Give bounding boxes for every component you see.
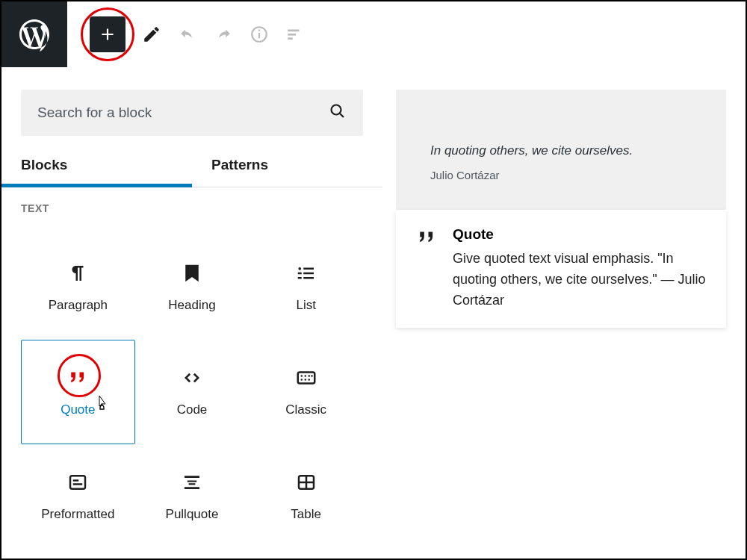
info-description: Give quoted text visual emphasis. "In qu…: [453, 249, 707, 311]
block-label: Code: [177, 402, 208, 417]
svg-rect-3: [288, 30, 299, 32]
quote-icon: [66, 367, 89, 389]
svg-rect-12: [303, 277, 314, 279]
block-search[interactable]: [21, 90, 363, 136]
block-label: List: [296, 298, 315, 313]
block-label: Table: [291, 507, 321, 522]
pullquote-icon: [181, 471, 203, 494]
svg-rect-23: [73, 479, 79, 482]
cursor-icon: [95, 394, 110, 416]
block-label: Paragraph: [49, 298, 108, 313]
undo-icon[interactable]: [178, 25, 197, 44]
svg-point-21: [311, 375, 313, 377]
svg-rect-24: [73, 483, 83, 485]
category-label: TEXT: [21, 202, 363, 214]
tab-patterns[interactable]: Patterns: [192, 157, 382, 187]
block-label: Classic: [285, 402, 326, 417]
blocks-grid: Paragraph Heading List: [21, 235, 363, 549]
block-preview-panel: In quoting others, we cite ourselves. Ju…: [382, 67, 746, 559]
quote-preview: In quoting others, we cite ourselves. Ju…: [396, 90, 726, 210]
svg-rect-27: [187, 481, 197, 482]
block-heading[interactable]: Heading: [135, 235, 249, 340]
svg-rect-14: [297, 373, 314, 384]
redo-icon[interactable]: [214, 25, 233, 44]
preformatted-icon: [66, 471, 89, 494]
tab-blocks[interactable]: Blocks: [1, 157, 192, 187]
top-toolbar: [1, 1, 746, 67]
block-label: Pullquote: [166, 507, 219, 522]
classic-icon: [295, 367, 317, 389]
add-block-button[interactable]: [90, 16, 125, 52]
table-icon: [295, 471, 317, 494]
outline-icon[interactable]: [285, 25, 305, 44]
svg-line-7: [340, 113, 344, 117]
block-pullquote[interactable]: Pullquote: [135, 444, 249, 549]
svg-point-15: [300, 375, 303, 377]
list-icon: [295, 262, 317, 284]
svg-rect-25: [185, 476, 199, 478]
wordpress-logo[interactable]: [1, 1, 67, 67]
block-label: Preformatted: [41, 507, 114, 522]
svg-point-16: [304, 375, 306, 377]
info-title: Quote: [453, 226, 707, 243]
svg-rect-22: [70, 476, 85, 489]
svg-point-20: [308, 379, 310, 381]
svg-rect-5: [288, 37, 293, 40]
block-table[interactable]: Table: [249, 444, 363, 549]
svg-point-17: [308, 375, 310, 377]
search-icon: [329, 102, 347, 123]
preview-quote-author: Julio Cortázar: [430, 169, 692, 181]
block-inserter-panel: Blocks Patterns TEXT Paragraph Heading: [1, 67, 382, 559]
heading-icon: [181, 262, 203, 284]
svg-rect-11: [297, 273, 301, 275]
svg-rect-10: [303, 273, 314, 275]
block-paragraph[interactable]: Paragraph: [21, 235, 135, 340]
search-input[interactable]: [37, 105, 329, 121]
block-classic[interactable]: Classic: [249, 340, 363, 444]
svg-rect-13: [297, 277, 301, 279]
quote-icon: [415, 226, 438, 311]
block-preformatted[interactable]: Preformatted: [21, 444, 135, 549]
preview-quote-text: In quoting others, we cite ourselves.: [430, 143, 692, 158]
inserter-tabs: Blocks Patterns: [1, 157, 382, 187]
svg-rect-4: [288, 34, 296, 36]
info-icon[interactable]: [249, 25, 269, 44]
block-quote[interactable]: Quote: [21, 340, 135, 444]
svg-point-19: [304, 379, 306, 381]
block-info-card: Quote Give quoted text visual emphasis. …: [396, 210, 726, 328]
svg-rect-1: [258, 33, 260, 39]
svg-rect-2: [258, 30, 260, 31]
edit-icon[interactable]: [142, 25, 161, 44]
code-icon: [181, 367, 203, 389]
block-code[interactable]: Code: [135, 340, 249, 444]
paragraph-icon: [66, 262, 89, 284]
block-label: Quote: [61, 402, 95, 417]
block-label: Heading: [168, 298, 215, 313]
svg-point-6: [332, 105, 341, 115]
svg-rect-9: [303, 268, 314, 270]
svg-rect-28: [189, 483, 196, 485]
svg-rect-26: [185, 487, 199, 489]
svg-point-18: [300, 379, 303, 381]
block-list[interactable]: List: [249, 235, 363, 340]
svg-point-8: [298, 267, 301, 270]
